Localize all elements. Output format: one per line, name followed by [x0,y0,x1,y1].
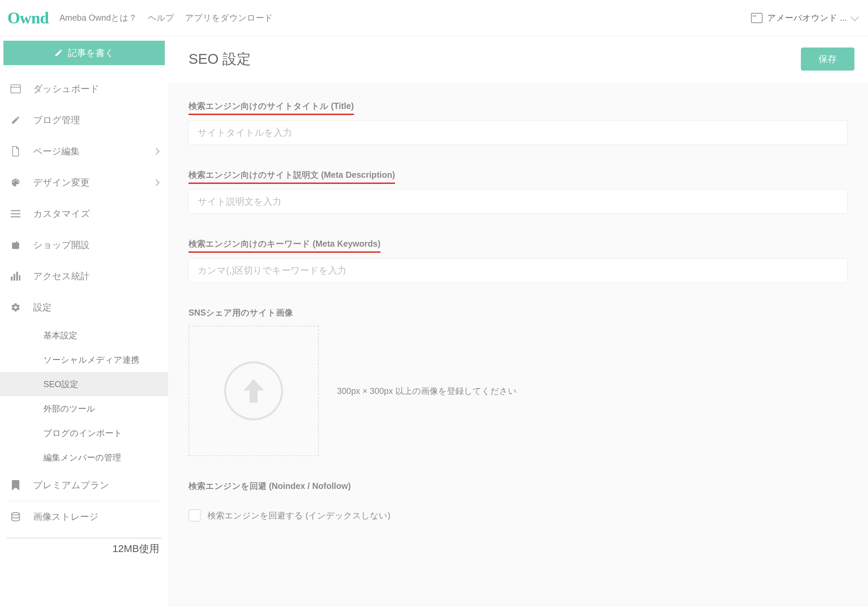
noindex-checkbox[interactable] [189,509,201,522]
write-post-label: 記事を書く [68,47,114,59]
chevron-down-icon [850,12,859,21]
sidebar-label: プレミアムプラン [33,479,159,491]
sidebar: 記事を書く ダッシュボード ブログ管理 ページ編集 デザイン変更 [0,36,168,607]
nav-download[interactable]: アプリをダウンロード [185,12,273,23]
storage-usage: 12MB使用 [7,539,161,556]
desc-field-label: 検索エンジン向けのサイト説明文 (Meta Description) [189,169,395,184]
sub-item-basic[interactable]: 基本設定 [0,323,168,348]
meta-description-input[interactable] [189,189,848,214]
sidebar-label: デザイン変更 [33,177,154,189]
svg-rect-8 [19,275,20,281]
save-button[interactable]: 保存 [801,48,854,71]
list-icon [9,208,22,220]
settings-submenu: 基本設定 ソーシャルメディア連携 SEO設定 外部のツール ブログのインポート … [0,323,168,470]
chart-icon [9,270,22,282]
top-header: Ownd Ameba Owndとは？ ヘルプ アプリをダウンロード アメーバオウ… [0,0,868,36]
sidebar-item-pages[interactable]: ページ編集 [0,136,168,167]
svg-rect-5 [11,276,12,281]
noindex-checkbox-label: 検索エンジンを回避する (インデックスしない) [208,510,391,521]
pen-icon [54,48,63,57]
sidebar-label: ページ編集 [33,145,154,157]
sub-item-seo[interactable]: SEO設定 [0,372,168,396]
sns-field-label: SNSシェア用のサイト画像 [189,307,293,320]
sidebar-item-premium[interactable]: プレミアムプラン [0,470,168,501]
logo[interactable]: Ownd [8,8,48,27]
header-nav: Ameba Owndとは？ ヘルプ アプリをダウンロード [59,12,273,23]
keywords-field-label: 検索エンジン向けのキーワード (Meta Keywords) [189,238,380,253]
sidebar-item-customize[interactable]: カスタマイズ [0,198,168,229]
chevron-right-icon [153,148,160,155]
upload-hint: 300px × 300px 以上の画像を登録してください [337,385,517,397]
sub-item-import[interactable]: ブログのインポート [0,421,168,445]
sidebar-item-storage[interactable]: 画像ストレージ [0,501,168,532]
sidebar-label: 設定 [33,301,159,314]
upload-circle [224,361,283,421]
title-field-label: 検索エンジン向けのサイトタイトル (Title) [189,101,354,115]
sidebar-item-stats[interactable]: アクセス統計 [0,261,168,292]
svg-rect-0 [11,85,20,93]
nav-about[interactable]: Ameba Owndとは？ [59,12,136,23]
dashboard-icon [9,83,22,95]
window-icon [751,13,763,23]
chevron-right-icon [153,179,160,186]
sub-item-external[interactable]: 外部のツール [0,396,168,421]
svg-rect-7 [16,272,18,281]
main-content: SEO 設定 保存 検索エンジン向けのサイトタイトル (Title) 検索エンジ… [168,36,868,607]
image-upload-box[interactable] [189,326,319,456]
sidebar-item-settings[interactable]: 設定 [0,292,168,323]
sidebar-item-design[interactable]: デザイン変更 [0,167,168,198]
sub-item-social[interactable]: ソーシャルメディア連携 [0,348,168,372]
site-selector[interactable]: アメーバオウンド ... [751,12,858,23]
sidebar-item-dashboard[interactable]: ダッシュボード [0,73,168,104]
sidebar-label: アクセス統計 [33,270,159,282]
sidebar-label: 画像ストレージ [33,511,159,523]
sidebar-label: カスタマイズ [33,208,159,220]
shop-icon [9,239,22,251]
page-title: SEO 設定 [189,50,251,68]
sub-item-members[interactable]: 編集メンバーの管理 [0,445,168,470]
sidebar-label: ブログ管理 [33,114,159,126]
palette-icon [9,177,22,189]
main-header: SEO 設定 保存 [168,36,868,82]
sidebar-item-shop[interactable]: ショップ開設 [0,229,168,261]
svg-rect-6 [14,274,15,281]
write-post-button[interactable]: 記事を書く [3,41,165,65]
gear-icon [9,301,22,314]
site-selector-label: アメーバオウンド ... [767,12,847,23]
upload-arrow-icon [243,379,264,403]
page-icon [9,145,22,157]
storage-icon [9,511,22,523]
meta-keywords-input[interactable] [189,258,848,283]
edit-icon [9,114,22,126]
sidebar-label: ショップ開設 [33,239,159,251]
sidebar-label: ダッシュボード [33,83,159,95]
bookmark-icon [9,479,22,491]
svg-point-9 [12,513,20,515]
sidebar-item-blog[interactable]: ブログ管理 [0,104,168,136]
header-left: Ownd Ameba Owndとは？ ヘルプ アプリをダウンロード [8,8,273,27]
site-title-input[interactable] [189,120,848,145]
nav-help[interactable]: ヘルプ [148,12,174,23]
noindex-field-label: 検索エンジンを回避 (Noindex / Nofollow) [189,480,351,494]
